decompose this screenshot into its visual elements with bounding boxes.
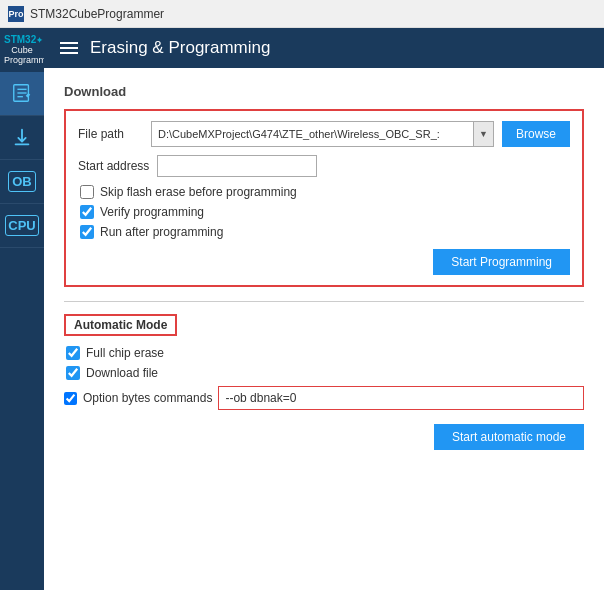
run-after-checkbox[interactable] <box>80 225 94 239</box>
skip-flash-row: Skip flash erase before programming <box>80 185 570 199</box>
file-path-label: File path <box>78 127 143 141</box>
verify-row: Verify programming <box>80 205 570 219</box>
start-programming-button[interactable]: Start Programming <box>433 249 570 275</box>
sidebar: STM32✦ CubeProgrammer OB CPU <box>0 28 44 590</box>
title-bar: Pro STM32CubeProgrammer <box>0 0 604 28</box>
download-file-checkbox[interactable] <box>66 366 80 380</box>
start-address-label: Start address <box>78 159 149 173</box>
full-chip-erase-label: Full chip erase <box>86 346 164 360</box>
header-title: Erasing & Programming <box>90 38 270 58</box>
ob-label: OB <box>8 171 36 192</box>
cpu-label: CPU <box>5 215 38 236</box>
option-bytes-input[interactable] <box>218 386 584 410</box>
option-bytes-label: Option bytes commands <box>83 391 212 405</box>
start-address-input[interactable] <box>157 155 317 177</box>
hamburger-button[interactable] <box>60 42 78 54</box>
option-bytes-row: Option bytes commands <box>64 386 584 410</box>
skip-flash-label: Skip flash erase before programming <box>100 185 297 199</box>
download-file-label: Download file <box>86 366 158 380</box>
start-programming-row: Start Programming <box>78 249 570 275</box>
app-icon: Pro <box>8 6 24 22</box>
start-auto-button[interactable]: Start automatic mode <box>434 424 584 450</box>
section-divider <box>64 301 584 302</box>
file-path-row: File path ▼ Browse <box>78 121 570 147</box>
start-address-row: Start address <box>78 155 570 177</box>
header: Erasing & Programming <box>44 28 604 68</box>
run-after-label: Run after programming <box>100 225 223 239</box>
sidebar-item-cpu[interactable]: CPU <box>0 204 44 248</box>
full-chip-erase-row: Full chip erase <box>66 346 584 360</box>
verify-label: Verify programming <box>100 205 204 219</box>
option-bytes-checkbox[interactable] <box>64 392 77 405</box>
sidebar-logo: STM32✦ CubeProgrammer <box>0 28 44 72</box>
sidebar-item-download[interactable] <box>0 116 44 160</box>
auto-mode-header: Automatic Mode <box>64 314 177 336</box>
full-chip-erase-checkbox[interactable] <box>66 346 80 360</box>
content-area: Download File path ▼ Browse Start addres… <box>44 68 604 590</box>
app-container: STM32✦ CubeProgrammer OB CPU <box>0 28 604 590</box>
browse-button[interactable]: Browse <box>502 121 570 147</box>
logo-sub: CubeProgrammer <box>4 46 40 66</box>
verify-checkbox[interactable] <box>80 205 94 219</box>
download-file-row: Download file <box>66 366 584 380</box>
skip-flash-checkbox[interactable] <box>80 185 94 199</box>
file-path-dropdown[interactable]: ▼ <box>473 122 493 146</box>
sidebar-item-ob[interactable]: OB <box>0 160 44 204</box>
run-after-row: Run after programming <box>80 225 570 239</box>
edit-icon <box>11 82 33 104</box>
start-auto-row: Start automatic mode <box>64 424 584 450</box>
sidebar-item-edit[interactable] <box>0 72 44 116</box>
download-icon <box>11 126 33 148</box>
download-section: File path ▼ Browse Start address Skip fl… <box>64 109 584 287</box>
main-content: Erasing & Programming Download File path… <box>44 28 604 590</box>
download-section-title: Download <box>64 84 584 99</box>
app-title: STM32CubeProgrammer <box>30 7 164 21</box>
file-path-input-container: ▼ <box>151 121 494 147</box>
file-path-input[interactable] <box>152 122 473 146</box>
